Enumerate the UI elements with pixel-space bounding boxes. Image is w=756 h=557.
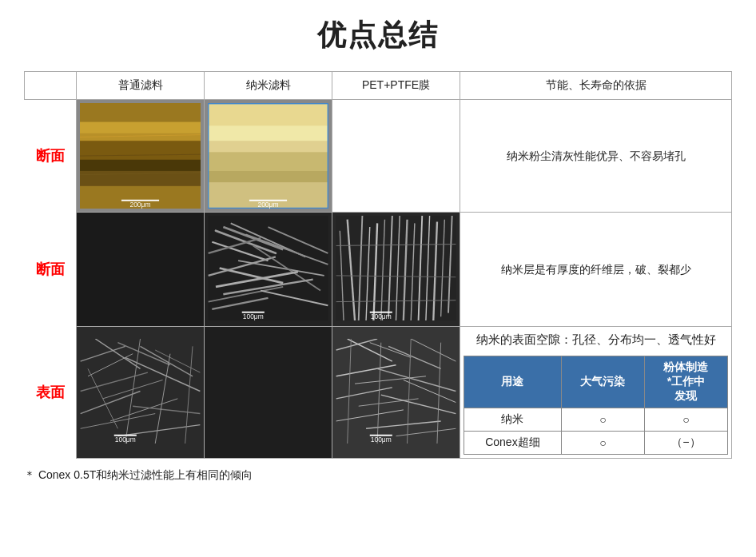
col-pet-header: PET+PTFE膜: [332, 72, 460, 100]
mini-row-conex-col1: ○: [561, 432, 644, 455]
row2-label: 断面: [25, 213, 77, 327]
mini-row-nano-col1: ○: [561, 408, 644, 432]
mini-row-conex-label: Conex超细: [464, 432, 562, 455]
svg-text:200μm: 200μm: [129, 201, 150, 209]
row1-nano-image: 200μm: [205, 100, 332, 213]
row1-ordinary-image: 200μm: [77, 100, 205, 213]
row2-desc: 纳米层是有厚度的纤维层，破、裂都少: [460, 213, 732, 327]
mini-col1-header: 用途: [464, 356, 562, 408]
row3-label: 表面: [25, 327, 77, 459]
row3-nano-image: [205, 327, 332, 459]
svg-text:100μm: 100μm: [371, 312, 392, 320]
row1-label: 断面: [25, 100, 77, 213]
svg-text:100μm: 100μm: [243, 312, 264, 320]
mini-row-conex: Conex超细 ○ （−）: [464, 432, 728, 455]
row3-desc-text: 纳米的表面空隙：孔径、分布均一、透气性好: [464, 330, 728, 349]
svg-rect-23: [209, 216, 328, 320]
footer-note: ＊ Conex 0.5T和纳米过滤性能上有相同的倾向: [24, 468, 732, 483]
row1-pet-image: [332, 100, 460, 213]
mini-row-nano-col2: ○: [644, 408, 727, 432]
row1-desc: 纳米粉尘清灰性能优异、不容易堵孔: [460, 100, 732, 213]
comparison-table: 普通滤料 纳米滤料 PET+PTFE膜 节能、长寿命的依据 断面: [24, 71, 732, 459]
svg-text:100μm: 100μm: [371, 436, 392, 444]
row2-ordinary-image: [77, 213, 205, 327]
col-desc-header: 节能、长寿命的依据: [460, 72, 732, 100]
row2-pet-image: 100μm: [332, 213, 460, 327]
col-nano-header: 纳米滤料: [205, 72, 332, 100]
row3-desc-cell: 纳米的表面空隙：孔径、分布均一、透气性好 用途 大气污染 粉体制造 *工作中 发…: [460, 327, 732, 459]
page-title: 优点总结: [24, 16, 732, 55]
mini-comparison-table: 用途 大气污染 粉体制造 *工作中 发现 纳米 ○ ○ Conex超细: [464, 356, 728, 455]
row2-nano-image: 100μm: [205, 213, 332, 327]
mini-col3-header: 粉体制造 *工作中 发现: [644, 356, 727, 408]
mini-row-conex-col2: （−）: [644, 432, 727, 455]
mini-col2-header: 大气污染: [561, 356, 644, 408]
row3-ordinary-image: 100μm: [77, 327, 205, 459]
col-ordinary-header: 普通滤料: [77, 72, 205, 100]
svg-text:100μm: 100μm: [115, 436, 136, 444]
svg-text:200μm: 200μm: [257, 201, 278, 209]
mini-row-nano-label: 纳米: [464, 408, 562, 432]
mini-row-nano: 纳米 ○ ○: [464, 408, 728, 432]
col-label-header: [25, 72, 77, 100]
svg-rect-14: [208, 103, 328, 129]
row3-pet-image: 100μm: [332, 327, 460, 459]
